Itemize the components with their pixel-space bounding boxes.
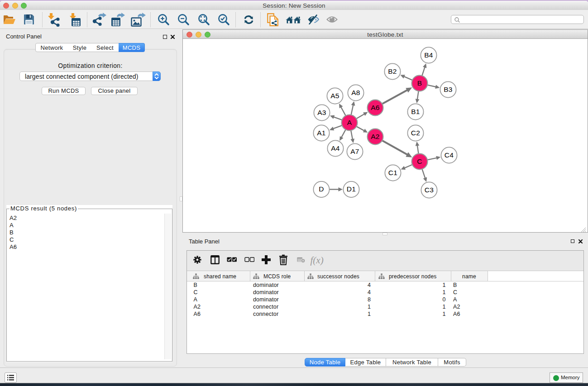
svg-text:C4: C4 bbox=[445, 151, 454, 159]
svg-text:B2: B2 bbox=[388, 67, 397, 75]
svg-text:B: B bbox=[417, 79, 422, 87]
svg-text:C1: C1 bbox=[388, 169, 397, 176]
svg-text:A2: A2 bbox=[371, 133, 380, 140]
svg-text:A: A bbox=[347, 119, 352, 126]
svg-text:B3: B3 bbox=[444, 86, 453, 93]
svg-text:D: D bbox=[319, 185, 324, 193]
svg-text:C3: C3 bbox=[425, 186, 434, 194]
svg-text:A7: A7 bbox=[350, 148, 359, 155]
svg-text:C2: C2 bbox=[411, 129, 420, 137]
svg-text:D1: D1 bbox=[347, 185, 356, 193]
svg-text:A4: A4 bbox=[331, 144, 340, 152]
svg-text:A5: A5 bbox=[330, 92, 339, 100]
svg-text:A6: A6 bbox=[371, 104, 380, 111]
svg-text:C: C bbox=[417, 157, 422, 165]
svg-text:A8: A8 bbox=[351, 89, 360, 96]
svg-text:B1: B1 bbox=[411, 108, 420, 115]
svg-text:A3: A3 bbox=[317, 109, 326, 116]
svg-text:B4: B4 bbox=[424, 51, 433, 59]
svg-text:A1: A1 bbox=[317, 129, 326, 137]
